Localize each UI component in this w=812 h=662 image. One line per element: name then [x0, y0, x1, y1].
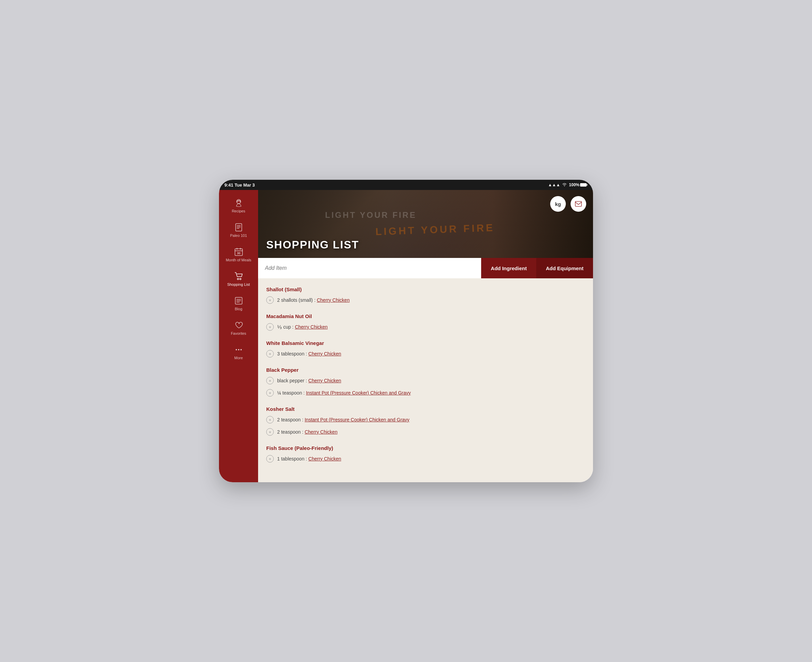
svg-point-14: [240, 349, 242, 350]
item-recipe-link[interactable]: Cherry Chicken: [295, 324, 327, 329]
status-icons: ▲▲▲ 100%: [548, 183, 588, 188]
hero-title: SHOPPING LIST: [266, 239, 359, 251]
sidebar-label-more: More: [234, 356, 243, 360]
svg-point-5: [239, 201, 240, 202]
list-item: ×⅓ cup : Cherry Chicken: [266, 322, 585, 332]
remove-button-3-1[interactable]: ×: [266, 389, 274, 397]
sidebar-item-favorites[interactable]: Favorites: [219, 316, 258, 340]
item-recipe-link[interactable]: Cherry Chicken: [304, 429, 337, 435]
svg-rect-0: [580, 183, 586, 186]
remove-button-1-0[interactable]: ×: [266, 323, 274, 331]
svg-point-13: [238, 349, 239, 350]
sidebar-item-monthofmeals[interactable]: 30 Month of Meals: [219, 242, 258, 267]
item-text: ¼ teaspoon : Instant Pot (Pressure Cooke…: [277, 390, 411, 395]
remove-button-4-1[interactable]: ×: [266, 428, 274, 435]
item-text: 2 teaspoon : Cherry Chicken: [277, 429, 337, 435]
add-item-input[interactable]: [258, 258, 481, 278]
section-title-4: Kosher Salt: [266, 406, 585, 412]
section-title-5: Fish Sauce (Paleo-Friendly): [266, 445, 585, 451]
item-recipe-link[interactable]: Cherry Chicken: [308, 378, 341, 383]
remove-button-0-0[interactable]: ×: [266, 296, 274, 304]
item-text: ⅓ cup : Cherry Chicken: [277, 324, 328, 329]
kg-badge[interactable]: kg: [550, 196, 566, 212]
status-bar: 9:41 Tue Mar 3 ▲▲▲ 100%: [219, 180, 593, 190]
signal-icon: ▲▲▲: [548, 183, 561, 187]
status-time: 9:41 Tue Mar 3: [224, 183, 255, 188]
list-item: ×1 tablespoon : Cherry Chicken: [266, 454, 585, 464]
list-item: ×2 teaspoon : Instant Pot (Pressure Cook…: [266, 415, 585, 425]
svg-rect-1: [587, 184, 588, 186]
sidebar-item-blog[interactable]: Blog: [219, 291, 258, 316]
item-text: 1 tablespoon : Cherry Chicken: [277, 456, 341, 461]
item-recipe-link[interactable]: Instant Pot (Pressure Cooker) Chicken an…: [304, 417, 409, 423]
svg-point-3: [237, 201, 238, 202]
item-recipe-link[interactable]: Cherry Chicken: [308, 456, 341, 461]
item-text: 3 tablespoon : Cherry Chicken: [277, 351, 341, 357]
sidebar-label-blog: Blog: [235, 307, 242, 311]
item-text: black pepper : Cherry Chicken: [277, 378, 341, 383]
item-text: 2 shallots (small) : Cherry Chicken: [277, 297, 350, 303]
sidebar: Recipes Paleo 101 30 Month of Meals: [219, 190, 258, 482]
battery-icon: 100%: [569, 183, 588, 187]
main-content: LIGHT YOUR FIRE LIGHT YOUR FIRE SHOPPING…: [258, 190, 593, 482]
add-ingredient-button[interactable]: Add Ingredient: [481, 258, 536, 278]
add-item-bar: Add Ingredient Add Equipment: [258, 258, 593, 278]
sidebar-label-paleo101: Paleo 101: [230, 233, 247, 238]
shopping-list: Shallot (Small)×2 shallots (small) : Che…: [258, 278, 593, 482]
item-recipe-link[interactable]: Instant Pot (Pressure Cooker) Chicken an…: [306, 390, 411, 395]
wifi-icon: [562, 183, 567, 188]
svg-rect-6: [236, 223, 242, 231]
app-wrapper: Recipes Paleo 101 30 Month of Meals: [219, 190, 593, 482]
remove-button-4-0[interactable]: ×: [266, 416, 274, 423]
list-item: ×2 shallots (small) : Cherry Chicken: [266, 295, 585, 305]
svg-point-4: [238, 201, 239, 201]
hero-banner: LIGHT YOUR FIRE LIGHT YOUR FIRE SHOPPING…: [258, 190, 593, 258]
list-item: ×¼ teaspoon : Instant Pot (Pressure Cook…: [266, 388, 585, 398]
item-recipe-link[interactable]: Cherry Chicken: [317, 297, 350, 303]
section-title-2: White Balsamic Vinegar: [266, 340, 585, 346]
svg-rect-15: [575, 201, 582, 207]
svg-text:30: 30: [237, 251, 240, 255]
list-item: ×black pepper : Cherry Chicken: [266, 376, 585, 386]
item-text: 2 teaspoon : Instant Pot (Pressure Cooke…: [277, 417, 409, 423]
remove-button-2-0[interactable]: ×: [266, 350, 274, 358]
svg-point-12: [236, 349, 237, 350]
sidebar-label-monthofmeals: Month of Meals: [226, 258, 251, 262]
section-title-0: Shallot (Small): [266, 286, 585, 292]
remove-button-5-0[interactable]: ×: [266, 455, 274, 463]
sidebar-label-shoppinglist: Shopping List: [227, 283, 250, 286]
add-equipment-button[interactable]: Add Equipment: [536, 258, 593, 278]
mail-badge[interactable]: [570, 196, 586, 212]
remove-button-3-0[interactable]: ×: [266, 377, 274, 384]
sidebar-label-favorites: Favorites: [231, 331, 246, 336]
section-title-3: Black Pepper: [266, 367, 585, 373]
list-item: ×2 teaspoon : Cherry Chicken: [266, 427, 585, 437]
item-recipe-link[interactable]: Cherry Chicken: [308, 351, 341, 357]
sidebar-label-recipes: Recipes: [232, 209, 245, 213]
section-title-1: Macadamia Nut Oil: [266, 313, 585, 319]
sidebar-item-recipes[interactable]: Recipes: [219, 193, 258, 218]
list-item: ×3 tablespoon : Cherry Chicken: [266, 349, 585, 359]
sidebar-item-paleo101[interactable]: Paleo 101: [219, 218, 258, 242]
device-frame: 9:41 Tue Mar 3 ▲▲▲ 100%: [219, 180, 593, 482]
sidebar-item-more[interactable]: More: [219, 340, 258, 365]
sidebar-item-shoppinglist[interactable]: Shopping List: [219, 267, 258, 291]
svg-point-9: [237, 278, 239, 280]
svg-point-10: [240, 278, 241, 280]
